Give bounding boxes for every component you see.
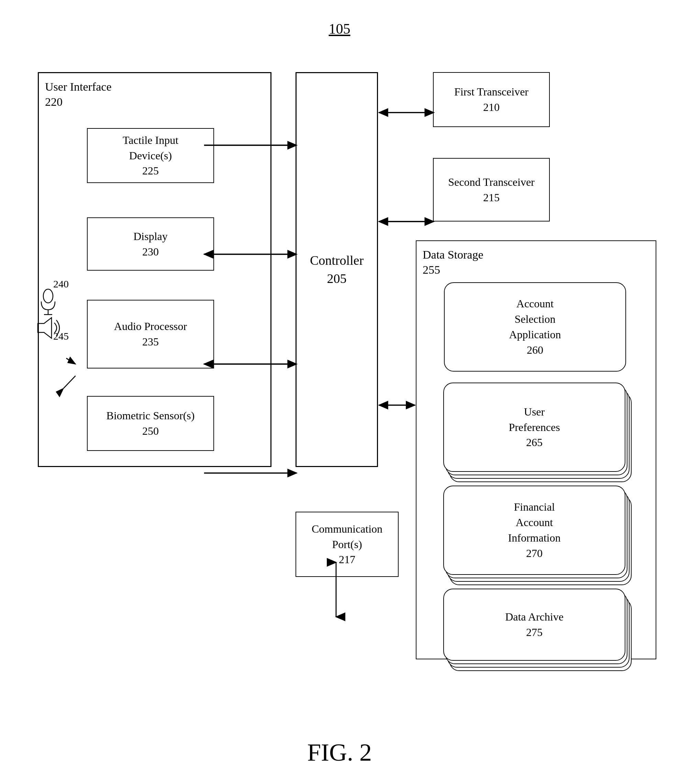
- comm-port-label: Communication Port(s) 217: [312, 521, 382, 567]
- controller-label: Controller 205: [310, 251, 363, 288]
- display-box: Display 230: [87, 217, 214, 270]
- biometric-sensor-box: Biometric Sensor(s) 250: [87, 396, 214, 451]
- label-240: 240: [53, 278, 69, 290]
- second-transceiver-box: Second Transceiver 215: [433, 158, 550, 222]
- user-preferences-label: User Preferences 265: [508, 404, 560, 450]
- second-transceiver-label: Second Transceiver 215: [448, 175, 535, 205]
- svg-point-0: [43, 289, 53, 303]
- tactile-input-label: Tactile Input Device(s) 225: [123, 133, 178, 178]
- financial-account-label: Financial Account Information 270: [508, 499, 561, 561]
- account-selection-label: Account Selection Application 260: [509, 296, 561, 358]
- data-storage-label: Data Storage 255: [422, 247, 483, 278]
- label-245: 245: [53, 330, 69, 342]
- user-interface-box: User Interface 220 Tactile Input Device(…: [38, 72, 271, 467]
- audio-processor-box: Audio Processor 235: [87, 300, 214, 369]
- financial-account-card: Financial Account Information 270: [443, 486, 626, 575]
- display-label: Display 230: [133, 229, 168, 259]
- user-interface-label: User Interface 220: [45, 79, 111, 109]
- svg-marker-3: [38, 318, 52, 338]
- tactile-input-box: Tactile Input Device(s) 225: [87, 128, 214, 183]
- biometric-sensor-label: Biometric Sensor(s) 250: [106, 408, 195, 439]
- data-archive-label: Data Archive 275: [505, 609, 563, 640]
- page-container: 105 User Interface 220 Tactile Input Dev…: [0, 0, 679, 784]
- data-storage-box: Data Storage 255 Account Selection Appli…: [416, 241, 656, 659]
- user-preferences-card: User Preferences 265: [443, 383, 626, 472]
- account-selection-card: Account Selection Application 260: [444, 282, 626, 372]
- diagram: User Interface 220 Tactile Input Device(…: [28, 45, 651, 715]
- audio-processor-label: Audio Processor 235: [114, 319, 187, 350]
- data-archive-card: Data Archive 275: [443, 589, 626, 661]
- comm-port-box: Communication Port(s) 217: [296, 512, 399, 577]
- first-transceiver-label: First Transceiver 210: [454, 84, 529, 115]
- figure-number-top: 105: [329, 20, 350, 37]
- microphone-icon: [38, 289, 58, 316]
- first-transceiver-box: First Transceiver 210: [433, 72, 550, 127]
- figure-caption: FIG. 2: [307, 738, 372, 767]
- controller-box: Controller 205: [296, 72, 378, 467]
